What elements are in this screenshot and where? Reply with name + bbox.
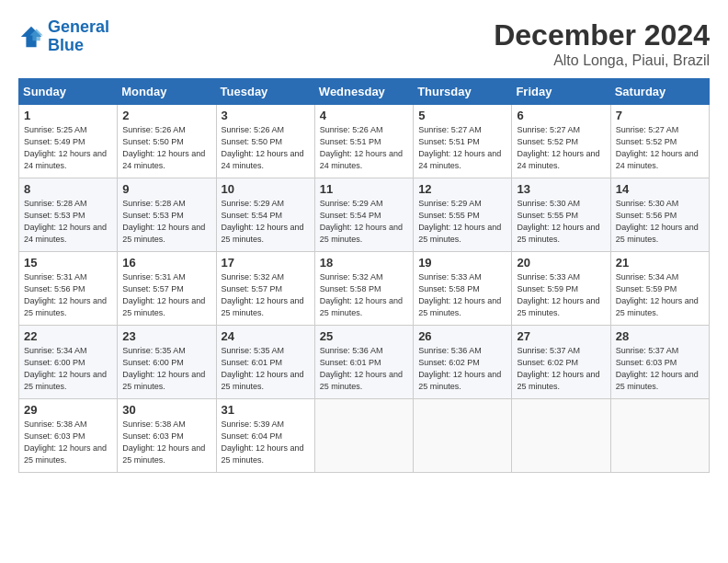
calendar-cell: 31 Sunrise: 5:39 AM Sunset: 6:04 PM Dayl…: [216, 399, 314, 473]
day-info: Sunrise: 5:38 AM Sunset: 6:03 PM Dayligh…: [24, 419, 112, 466]
day-info: Sunrise: 5:31 AM Sunset: 5:56 PM Dayligh…: [24, 271, 112, 319]
title-block: December 2024 Alto Longa, Piaui, Brazil: [494, 18, 710, 69]
day-info: Sunrise: 5:26 AM Sunset: 5:51 PM Dayligh…: [320, 124, 408, 172]
calendar-cell: 5 Sunrise: 5:27 AM Sunset: 5:51 PM Dayli…: [414, 105, 512, 178]
calendar-cell: 12 Sunrise: 5:29 AM Sunset: 5:55 PM Dayl…: [414, 178, 512, 252]
logo-icon: [18, 24, 44, 50]
calendar-cell: 9 Sunrise: 5:28 AM Sunset: 5:53 PM Dayli…: [118, 178, 216, 252]
day-info: Sunrise: 5:27 AM Sunset: 5:51 PM Dayligh…: [418, 124, 506, 172]
logo-line2: Blue: [48, 36, 84, 54]
calendar-table: SundayMondayTuesdayWednesdayThursdayFrid…: [18, 78, 710, 473]
day-info: Sunrise: 5:35 AM Sunset: 6:00 PM Dayligh…: [122, 345, 210, 393]
calendar-week-row: 1 Sunrise: 5:25 AM Sunset: 5:49 PM Dayli…: [19, 105, 710, 178]
day-number: 26: [418, 329, 506, 343]
calendar-week-row: 15 Sunrise: 5:31 AM Sunset: 5:56 PM Dayl…: [19, 252, 710, 326]
calendar-cell: 20 Sunrise: 5:33 AM Sunset: 5:59 PM Dayl…: [512, 252, 610, 326]
day-info: Sunrise: 5:26 AM Sunset: 5:50 PM Dayligh…: [122, 124, 210, 172]
calendar-cell: 16 Sunrise: 5:31 AM Sunset: 5:57 PM Dayl…: [118, 252, 216, 326]
day-info: Sunrise: 5:37 AM Sunset: 6:02 PM Dayligh…: [517, 345, 605, 393]
day-number: 14: [616, 182, 704, 196]
calendar-cell: 24 Sunrise: 5:35 AM Sunset: 6:01 PM Dayl…: [216, 326, 314, 399]
calendar-cell: [314, 399, 413, 473]
day-info: Sunrise: 5:29 AM Sunset: 5:55 PM Dayligh…: [418, 198, 506, 246]
calendar-cell: [610, 399, 709, 473]
calendar-cell: 28 Sunrise: 5:37 AM Sunset: 6:03 PM Dayl…: [610, 326, 709, 399]
day-number: 15: [24, 256, 112, 270]
day-info: Sunrise: 5:38 AM Sunset: 6:03 PM Dayligh…: [122, 419, 210, 466]
logo-line1: General: [48, 17, 109, 36]
day-number: 23: [122, 329, 210, 343]
day-number: 27: [517, 329, 605, 343]
day-info: Sunrise: 5:36 AM Sunset: 6:01 PM Dayligh…: [320, 345, 408, 393]
page-header: General Blue December 2024 Alto Longa, P…: [18, 18, 710, 69]
logo: General Blue: [18, 18, 109, 55]
calendar-cell: 29 Sunrise: 5:38 AM Sunset: 6:03 PM Dayl…: [19, 399, 118, 473]
day-info: Sunrise: 5:33 AM Sunset: 5:59 PM Dayligh…: [517, 271, 605, 319]
calendar-cell: 13 Sunrise: 5:30 AM Sunset: 5:55 PM Dayl…: [512, 178, 610, 252]
calendar-cell: [414, 399, 512, 473]
calendar-cell: 7 Sunrise: 5:27 AM Sunset: 5:52 PM Dayli…: [610, 105, 709, 178]
day-info: Sunrise: 5:29 AM Sunset: 5:54 PM Dayligh…: [320, 198, 408, 246]
calendar-cell: 22 Sunrise: 5:34 AM Sunset: 6:00 PM Dayl…: [19, 326, 118, 399]
day-number: 11: [320, 182, 408, 196]
calendar-cell: 23 Sunrise: 5:35 AM Sunset: 6:00 PM Dayl…: [118, 326, 216, 399]
calendar-cell: 30 Sunrise: 5:38 AM Sunset: 6:03 PM Dayl…: [118, 399, 216, 473]
day-info: Sunrise: 5:30 AM Sunset: 5:56 PM Dayligh…: [616, 198, 704, 246]
day-info: Sunrise: 5:31 AM Sunset: 5:57 PM Dayligh…: [122, 271, 210, 319]
col-header-friday: Friday: [512, 79, 610, 105]
day-info: Sunrise: 5:28 AM Sunset: 5:53 PM Dayligh…: [24, 198, 112, 246]
day-info: Sunrise: 5:28 AM Sunset: 5:53 PM Dayligh…: [122, 198, 210, 246]
calendar-week-row: 22 Sunrise: 5:34 AM Sunset: 6:00 PM Dayl…: [19, 326, 710, 399]
location-subtitle: Alto Longa, Piaui, Brazil: [494, 52, 710, 69]
day-info: Sunrise: 5:37 AM Sunset: 6:03 PM Dayligh…: [616, 345, 704, 393]
day-number: 20: [517, 256, 605, 270]
calendar-cell: 4 Sunrise: 5:26 AM Sunset: 5:51 PM Dayli…: [314, 105, 413, 178]
day-number: 9: [122, 182, 210, 196]
day-info: Sunrise: 5:39 AM Sunset: 6:04 PM Dayligh…: [222, 419, 310, 466]
calendar-cell: 6 Sunrise: 5:27 AM Sunset: 5:52 PM Dayli…: [512, 105, 610, 178]
calendar-cell: 19 Sunrise: 5:33 AM Sunset: 5:58 PM Dayl…: [414, 252, 512, 326]
day-number: 22: [24, 329, 112, 343]
calendar-cell: 27 Sunrise: 5:37 AM Sunset: 6:02 PM Dayl…: [512, 326, 610, 399]
day-number: 18: [320, 256, 408, 270]
col-header-saturday: Saturday: [610, 79, 709, 105]
month-title: December 2024: [494, 18, 710, 52]
calendar-cell: 15 Sunrise: 5:31 AM Sunset: 5:56 PM Dayl…: [19, 252, 118, 326]
day-number: 5: [418, 109, 506, 122]
day-info: Sunrise: 5:27 AM Sunset: 5:52 PM Dayligh…: [517, 124, 605, 172]
day-info: Sunrise: 5:34 AM Sunset: 5:59 PM Dayligh…: [616, 271, 704, 319]
day-number: 30: [122, 403, 210, 417]
col-header-thursday: Thursday: [414, 79, 512, 105]
day-number: 16: [122, 256, 210, 270]
calendar-cell: 2 Sunrise: 5:26 AM Sunset: 5:50 PM Dayli…: [118, 105, 216, 178]
col-header-sunday: Sunday: [19, 79, 118, 105]
calendar-cell: 14 Sunrise: 5:30 AM Sunset: 5:56 PM Dayl…: [610, 178, 709, 252]
day-number: 8: [24, 182, 112, 196]
calendar-cell: 26 Sunrise: 5:36 AM Sunset: 6:02 PM Dayl…: [414, 326, 512, 399]
calendar-cell: 1 Sunrise: 5:25 AM Sunset: 5:49 PM Dayli…: [19, 105, 118, 178]
calendar-cell: 21 Sunrise: 5:34 AM Sunset: 5:59 PM Dayl…: [610, 252, 709, 326]
col-header-tuesday: Tuesday: [216, 79, 314, 105]
day-info: Sunrise: 5:34 AM Sunset: 6:00 PM Dayligh…: [24, 345, 112, 393]
calendar-cell: 18 Sunrise: 5:32 AM Sunset: 5:58 PM Dayl…: [314, 252, 413, 326]
calendar-cell: [512, 399, 610, 473]
calendar-cell: 8 Sunrise: 5:28 AM Sunset: 5:53 PM Dayli…: [19, 178, 118, 252]
day-info: Sunrise: 5:30 AM Sunset: 5:55 PM Dayligh…: [517, 198, 605, 246]
day-number: 17: [222, 256, 310, 270]
day-number: 25: [320, 329, 408, 343]
col-header-wednesday: Wednesday: [314, 79, 413, 105]
calendar-week-row: 8 Sunrise: 5:28 AM Sunset: 5:53 PM Dayli…: [19, 178, 710, 252]
calendar-cell: 10 Sunrise: 5:29 AM Sunset: 5:54 PM Dayl…: [216, 178, 314, 252]
day-number: 13: [517, 182, 605, 196]
col-header-monday: Monday: [118, 79, 216, 105]
day-number: 3: [222, 109, 310, 122]
day-info: Sunrise: 5:32 AM Sunset: 5:57 PM Dayligh…: [222, 271, 310, 319]
day-info: Sunrise: 5:33 AM Sunset: 5:58 PM Dayligh…: [418, 271, 506, 319]
day-number: 2: [122, 109, 210, 122]
day-number: 21: [616, 256, 704, 270]
calendar-cell: 11 Sunrise: 5:29 AM Sunset: 5:54 PM Dayl…: [314, 178, 413, 252]
day-info: Sunrise: 5:27 AM Sunset: 5:52 PM Dayligh…: [616, 124, 704, 172]
day-info: Sunrise: 5:36 AM Sunset: 6:02 PM Dayligh…: [418, 345, 506, 393]
day-info: Sunrise: 5:32 AM Sunset: 5:58 PM Dayligh…: [320, 271, 408, 319]
calendar-week-row: 29 Sunrise: 5:38 AM Sunset: 6:03 PM Dayl…: [19, 399, 710, 473]
